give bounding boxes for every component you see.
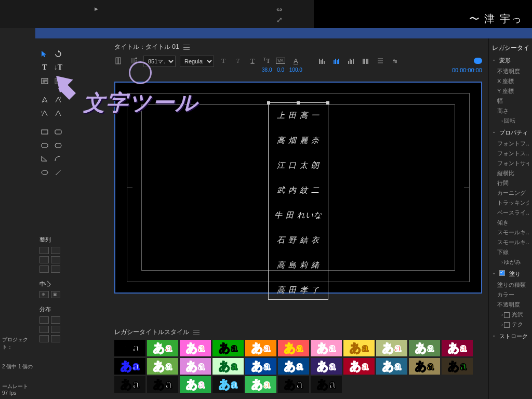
property-row[interactable]: 高さ xyxy=(492,106,529,116)
templates-button[interactable] xyxy=(114,56,125,66)
style-swatch[interactable]: あa xyxy=(311,358,342,375)
style-swatch[interactable]: あa xyxy=(180,340,211,356)
style-swatch[interactable]: あa xyxy=(114,340,145,356)
property-row[interactable]: フォントサイ xyxy=(492,158,529,168)
dist-h1[interactable] xyxy=(39,316,49,324)
property-row[interactable]: スモールキ… xyxy=(492,237,529,247)
style-swatch[interactable]: あa xyxy=(311,376,342,393)
font-family-select[interactable]: 851マ… xyxy=(143,56,176,67)
kerning-icon[interactable]: VA xyxy=(276,56,285,66)
selection-tool[interactable] xyxy=(39,49,50,59)
style-swatch[interactable]: あa xyxy=(114,376,145,393)
arc-tool[interactable] xyxy=(53,154,63,164)
property-row[interactable]: Y 座標 xyxy=(492,86,529,96)
title-canvas[interactable]: 上 田 高 一高 畑 麗 奈江 口 太 朗武 内 紋 二牛 田 れいな石 野 結… xyxy=(114,82,482,294)
bold-button[interactable]: T xyxy=(218,56,229,66)
timecode[interactable]: 00:00:00:00 xyxy=(452,67,482,73)
property-row[interactable]: トラッキング xyxy=(492,198,529,208)
property-row[interactable]: 下線 xyxy=(492,247,529,257)
style-swatch[interactable]: あa xyxy=(180,358,211,375)
center-h[interactable]: ⊕ xyxy=(39,291,49,298)
style-swatch[interactable]: あa xyxy=(147,340,178,356)
style-swatch[interactable]: あa xyxy=(409,340,440,356)
texture-row[interactable]: ›テク xyxy=(492,320,529,329)
property-row[interactable]: 塗りの種類 xyxy=(492,280,529,290)
property-row[interactable]: スモールキ… xyxy=(492,228,529,237)
style-swatch[interactable]: あa xyxy=(376,340,407,356)
style-swatch[interactable]: あa xyxy=(343,358,375,375)
font-style-select[interactable]: Regular xyxy=(180,56,214,67)
font-size-value[interactable]: 38.0 xyxy=(262,67,272,73)
align-top[interactable] xyxy=(39,256,49,263)
align-vtop[interactable] xyxy=(51,256,60,263)
style-swatch[interactable]: あa xyxy=(147,376,178,393)
property-row[interactable]: ベースライ… xyxy=(492,208,529,218)
distort-row[interactable]: ›ゆがみ xyxy=(492,257,529,267)
sheen-row[interactable]: ›光沢 xyxy=(492,310,529,320)
rectangle-tool[interactable] xyxy=(39,127,50,137)
style-swatch[interactable]: あa xyxy=(212,376,244,393)
property-row[interactable]: フォントス… xyxy=(492,149,529,158)
dist-v1[interactable] xyxy=(39,326,49,333)
convert-anchor-tool[interactable]: - xyxy=(53,108,63,118)
transform-section[interactable]: ⌄変形 xyxy=(492,57,529,64)
property-row[interactable]: 行間 xyxy=(492,178,529,188)
align-left[interactable] xyxy=(39,247,49,254)
sheen-checkbox[interactable] xyxy=(504,312,510,318)
wedge-tool[interactable] xyxy=(39,154,50,164)
property-row[interactable]: 不透明度 xyxy=(492,300,529,310)
style-swatch[interactable]: あa xyxy=(147,358,178,375)
arrange-icon[interactable]: ⤢ xyxy=(276,16,283,24)
title-window-bar[interactable] xyxy=(35,28,532,38)
style-swatch[interactable]: あa xyxy=(245,376,276,393)
style-swatch[interactable]: あa xyxy=(180,376,211,393)
rounded-rect-tool[interactable] xyxy=(53,127,63,137)
stroke-section[interactable]: ⌄ストローク xyxy=(492,332,529,340)
align-left-btn[interactable] xyxy=(317,56,327,66)
style-swatch[interactable]: あa xyxy=(245,358,276,375)
align-justify-btn[interactable] xyxy=(361,56,371,66)
property-row[interactable]: 不透明度 xyxy=(492,66,529,76)
dist-g2[interactable] xyxy=(51,335,60,342)
panel-menu-icon[interactable] xyxy=(183,45,190,50)
rotate-tool[interactable] xyxy=(53,49,63,59)
style-swatch[interactable]: あa xyxy=(212,340,244,356)
tab-stops-btn[interactable] xyxy=(375,56,385,66)
font-size-icon[interactable]: ᵀT xyxy=(263,56,270,66)
rounded-rect2-tool[interactable] xyxy=(53,140,63,151)
style-swatch[interactable]: あa xyxy=(245,340,276,356)
style-swatch[interactable]: あa xyxy=(114,358,145,375)
align-hc[interactable] xyxy=(39,265,49,273)
rotation-row[interactable]: ›回転 xyxy=(492,116,529,126)
align-hleft[interactable] xyxy=(51,247,60,254)
style-swatch[interactable]: あa xyxy=(278,376,309,393)
property-row[interactable]: 縦横比 xyxy=(492,168,529,178)
dist-g1[interactable] xyxy=(39,335,49,342)
area-type-tool[interactable] xyxy=(39,76,50,86)
style-swatch[interactable]: あa xyxy=(311,340,342,356)
property-row[interactable]: カーニング xyxy=(492,188,529,198)
align-right-btn[interactable] xyxy=(346,56,356,66)
property-row[interactable]: カラー xyxy=(492,290,529,300)
properties-section[interactable]: ⌄プロパティ xyxy=(492,129,529,137)
style-swatch[interactable]: あa xyxy=(278,358,309,375)
italic-button[interactable]: T xyxy=(233,56,243,66)
pen-tool[interactable] xyxy=(39,95,50,105)
underline-button[interactable]: T xyxy=(247,56,258,66)
property-row[interactable]: 傾き xyxy=(492,218,529,228)
center-v[interactable]: ▣ xyxy=(51,291,60,298)
style-swatch[interactable]: あa xyxy=(409,358,440,375)
type-tool[interactable]: T xyxy=(39,62,50,73)
ellipse-tool[interactable] xyxy=(39,167,50,178)
dist-h2[interactable] xyxy=(51,316,60,324)
leading-value[interactable]: 100.0 xyxy=(289,67,302,73)
vertical-type-tool[interactable]: ↓T xyxy=(53,62,63,73)
property-row[interactable]: 幅 xyxy=(492,96,529,106)
style-swatch[interactable]: あa xyxy=(212,358,244,375)
align-center-btn[interactable] xyxy=(331,56,342,66)
property-row[interactable]: フォントフ… xyxy=(492,139,529,149)
line-tool[interactable] xyxy=(53,167,63,178)
style-swatch[interactable]: あa xyxy=(442,358,473,375)
style-swatch[interactable]: あa xyxy=(376,358,407,375)
title-tab-label[interactable]: タイトル：タイトル 01 xyxy=(114,43,179,51)
